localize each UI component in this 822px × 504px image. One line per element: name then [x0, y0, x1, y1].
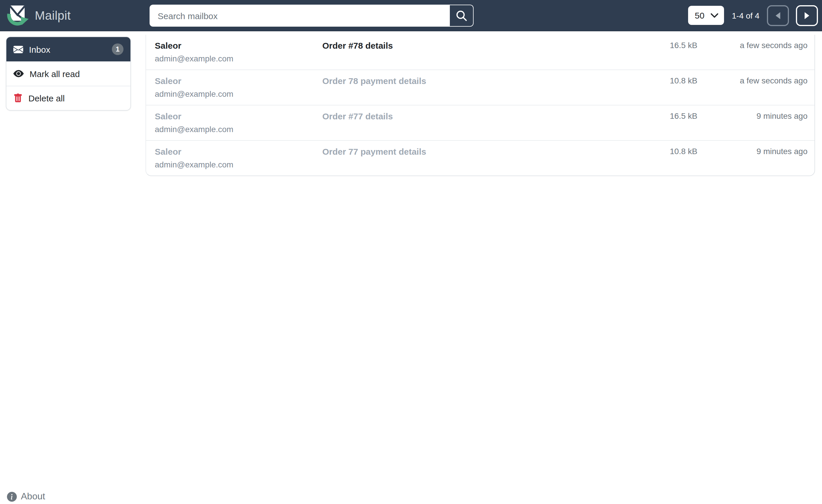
message-subject: Order 77 payment details	[322, 146, 640, 157]
message-size: 16.5 kB	[640, 111, 697, 122]
message-row[interactable]: Saleor Order #78 details 16.5 kB a few s…	[146, 35, 814, 70]
message-sender: Saleor	[155, 75, 322, 86]
chevron-down-icon	[711, 13, 718, 18]
per-page-value: 50	[695, 10, 704, 20]
mailpit-app: Mailpit 50	[0, 0, 822, 504]
message-date: 9 minutes ago	[697, 146, 808, 157]
message-date: a few seconds ago	[697, 40, 808, 51]
search-button[interactable]	[450, 5, 474, 27]
message-size: 16.5 kB	[640, 40, 697, 51]
message-date: a few seconds ago	[697, 75, 808, 86]
brand[interactable]: Mailpit	[6, 4, 71, 27]
pagination-range-label: 1-4 of 4	[732, 11, 759, 20]
navbar: Mailpit 50	[0, 0, 822, 31]
search-input[interactable]	[149, 5, 450, 27]
message-sender: Saleor	[155, 40, 322, 51]
message-row[interactable]: Saleor Order 78 payment details 10.8 kB …	[146, 70, 814, 105]
envelope-icon	[13, 44, 23, 54]
eye-icon	[13, 68, 24, 79]
sidebar-item-mark-all-read[interactable]: Mark all read	[6, 61, 130, 86]
prev-page-button[interactable]	[767, 5, 789, 26]
message-row[interactable]: Saleor Order 77 payment details 10.8 kB …	[146, 141, 814, 176]
message-date: 9 minutes ago	[697, 111, 808, 122]
message-size: 10.8 kB	[640, 75, 697, 86]
sidebar-item-inbox[interactable]: Inbox 1	[6, 37, 130, 61]
message-address: admin@example.com	[155, 89, 640, 99]
message-subject: Order #77 details	[322, 111, 640, 122]
search-icon	[456, 10, 467, 21]
message-subject: Order #78 details	[322, 40, 640, 51]
message-list: Saleor Order #78 details 16.5 kB a few s…	[145, 35, 815, 176]
message-address: admin@example.com	[155, 125, 640, 134]
message-address: admin@example.com	[155, 160, 640, 170]
per-page-select[interactable]: 50	[688, 6, 724, 25]
message-sender: Saleor	[155, 146, 322, 157]
pagination-controls: 50 1-4 of 4	[688, 5, 818, 26]
app-title: Mailpit	[35, 8, 71, 22]
unread-count-badge: 1	[112, 43, 123, 55]
sidebar-item-delete-all[interactable]: Delete all	[6, 86, 130, 110]
message-sender: Saleor	[155, 111, 322, 122]
caret-left-icon	[774, 11, 782, 20]
about-label: About	[21, 491, 45, 502]
next-page-button[interactable]	[796, 5, 818, 26]
caret-right-icon	[803, 11, 811, 20]
delete-all-label: Delete all	[28, 93, 65, 103]
info-icon	[7, 492, 17, 501]
inbox-label: Inbox	[29, 44, 50, 54]
message-size: 10.8 kB	[640, 146, 697, 157]
message-subject: Order 78 payment details	[322, 75, 640, 86]
sidebar: Inbox 1 Mark all read Delete all	[6, 36, 131, 111]
trash-icon	[13, 93, 23, 103]
search-group	[149, 5, 474, 27]
mailpit-logo-icon	[6, 4, 29, 27]
about-link[interactable]: About	[7, 491, 45, 502]
mark-all-read-label: Mark all read	[30, 69, 80, 78]
message-row[interactable]: Saleor Order #77 details 16.5 kB 9 minut…	[146, 105, 814, 141]
message-address: admin@example.com	[155, 54, 640, 64]
